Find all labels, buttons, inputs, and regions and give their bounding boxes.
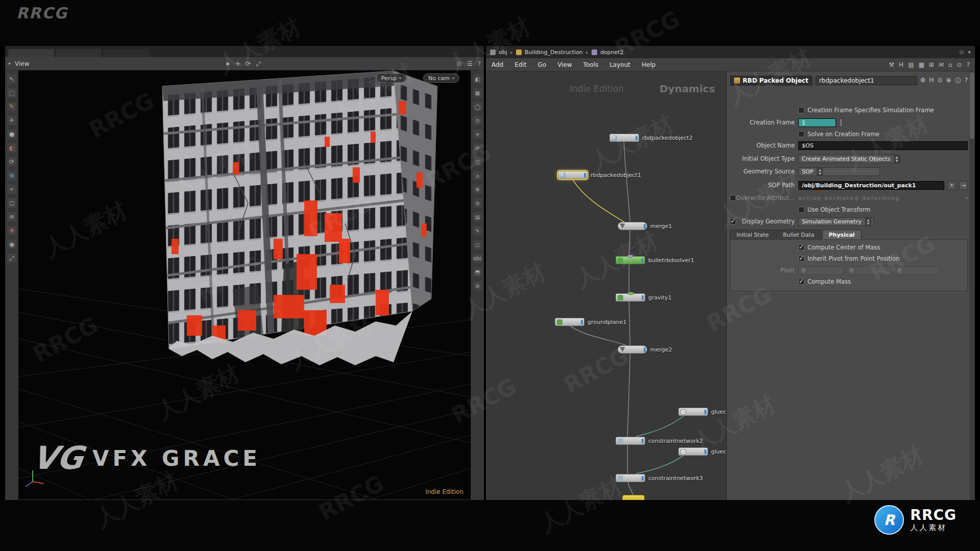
handles-icon[interactable]: ✛ [473,130,482,139]
display-flag[interactable] [642,439,644,443]
box-icon[interactable]: ◻ [7,198,16,208]
breadcrumb-dopnet2[interactable]: dopnet2 [600,49,624,56]
shade-icon[interactable]: ◧ [473,74,482,84]
node-body[interactable] [555,318,584,326]
hotkeys-icon[interactable]: H [929,77,934,85]
grid-icon[interactable]: ▦ [473,88,482,97]
node-body[interactable] [678,447,708,456]
spin-icon[interactable]: ⟳ [473,143,482,153]
move-tool-icon[interactable]: ✛ [235,60,240,67]
initial-object-type-dropdown[interactable]: Create Animated Static Objects ▲ ▼ [798,155,900,163]
help-icon[interactable]: ? [967,61,970,68]
sculpt-icon[interactable]: ◐ [7,143,16,153]
node-merge1[interactable]: merge1 [618,222,672,230]
spinner-arrows-icon[interactable]: ▲ ▼ [817,168,823,176]
creation-frame-spec-checkbox[interactable] [798,107,804,113]
menu-tools[interactable]: Tools [578,58,604,71]
pin-icon[interactable]: ⊕ [946,77,951,85]
add-icon[interactable]: ⊕ [7,171,16,180]
panel-icon[interactable]: ▤ [908,61,914,68]
pane-tab[interactable] [56,49,102,57]
spinner-arrows-icon[interactable]: ▲ ▼ [865,218,871,226]
compute-mass-checkbox[interactable] [798,279,804,285]
op-jump-icon[interactable]: → [959,181,968,190]
select-icon[interactable]: ↖ [7,74,16,84]
display-flag[interactable] [644,224,646,229]
pane-tab[interactable] [103,49,149,57]
node-name-input[interactable]: rbdpackedobject1 [816,76,917,85]
node-glueconrel2[interactable]: glueconrel2 [678,447,727,456]
breadcrumb-obj[interactable]: obj [499,49,507,56]
info-icon[interactable]: ⓘ [955,77,961,85]
zoom-in-icon[interactable]: ⊕ [473,185,482,194]
display-flag[interactable] [642,258,644,263]
help-icon[interactable]: ? [478,60,481,67]
display-flag[interactable] [644,347,646,352]
target-icon[interactable]: ◉ [7,240,16,249]
object-name-input[interactable]: $OS [798,141,968,150]
scrollbar-thumb[interactable] [970,72,974,139]
sop-path-input[interactable]: /obj/Building_Destruction/out_pack1 [798,181,944,190]
circle-icon[interactable]: ◯ [473,102,482,111]
parameter-scrollbar[interactable] [969,71,975,500]
light-icon[interactable]: ⊙ [473,116,482,125]
node-body[interactable] [616,293,645,302]
frame-icon[interactable]: ◻ [473,240,482,249]
paint-icon[interactable]: ● [7,130,16,139]
add-pane-icon[interactable]: ⊞ [929,61,934,68]
orbit-icon[interactable]: ⟳ [7,157,16,166]
menu-go[interactable]: Go [532,58,552,71]
mail-icon[interactable]: ✉ [939,61,944,68]
creation-frame-input[interactable]: 1 [798,118,836,127]
pin-icon[interactable]: ⊙ [959,49,964,56]
pivot-z-input[interactable]: 0 [894,266,939,275]
tab-initial-state[interactable]: Initial State [730,230,775,239]
wrench-icon[interactable]: ⚒ [889,61,894,68]
pane-tab[interactable] [8,49,54,57]
node-groundplane1[interactable]: groundplane1 [555,318,626,326]
list-icon[interactable]: ☰ [467,60,473,67]
use-object-transform-checkbox[interactable] [798,207,804,213]
node-rbdpackedobject1[interactable]: rbdpackedobject1 [558,171,641,179]
node-merge2[interactable]: merge2 [618,345,672,354]
solve-on-creation-checkbox[interactable] [798,131,804,137]
display-flag[interactable] [581,320,583,324]
menu-help[interactable]: Help [636,58,661,71]
inherit-pivot-checkbox[interactable] [798,256,804,262]
move-icon[interactable]: ✛ [7,116,16,125]
chevron-down-icon[interactable]: ▾ [8,61,11,66]
search-icon[interactable]: ⊙ [938,77,943,85]
breadcrumb-building-destruction[interactable]: Building_Destruction [525,49,583,56]
hide-icon[interactable]: ⊘ [473,281,482,290]
plus-icon[interactable]: ✚ [7,226,16,235]
node-body[interactable] [678,408,708,416]
camera-select-button[interactable]: No cam ▾ [423,73,459,83]
pivot-y-input[interactable]: 0 [846,266,891,275]
zoom-out-icon[interactable]: ⊖ [473,198,482,208]
gear-icon[interactable]: ⚙ [920,77,926,85]
node-constraintnetwork3[interactable]: constraintnetwork3 [616,474,703,482]
hotkeys-icon[interactable]: H [899,61,903,68]
node-rbdpackedobject2[interactable]: rbdpackedobject2 [609,134,693,142]
menu-view[interactable]: View [552,58,577,71]
op-pick-icon[interactable]: ⌖ [947,181,956,190]
rotate-tool-icon[interactable]: ⟳ [246,60,251,67]
display-flag[interactable] [642,476,644,481]
split-icon[interactable]: ◫ [473,157,482,166]
zoom-icon[interactable]: ⊙ [957,61,962,68]
node-bulletrbdsolver1[interactable]: bulletrbdsolver1 [616,256,694,264]
display-flag[interactable] [642,295,644,300]
help-icon[interactable]: ? [965,77,968,85]
home-icon[interactable]: ⌂ [948,61,952,68]
brush-icon[interactable]: ✎ [7,102,16,111]
snap-icon[interactable]: ⊙ [457,60,462,67]
node-partial[interactable] [622,495,645,500]
node-body[interactable] [616,437,645,445]
lasso-icon[interactable]: ⬚ [7,88,16,97]
annotate-icon[interactable]: ✎ [473,226,482,235]
node-body[interactable] [618,345,647,354]
geometry-source-dropdown[interactable]: SOP ▲ ▼ [798,167,880,176]
display-geometry-dropdown[interactable]: Simulation Geometry ▲ ▼ [798,217,874,226]
grid-icon[interactable]: ▦ [918,61,924,68]
half-icon[interactable]: ⬒ [473,267,482,277]
